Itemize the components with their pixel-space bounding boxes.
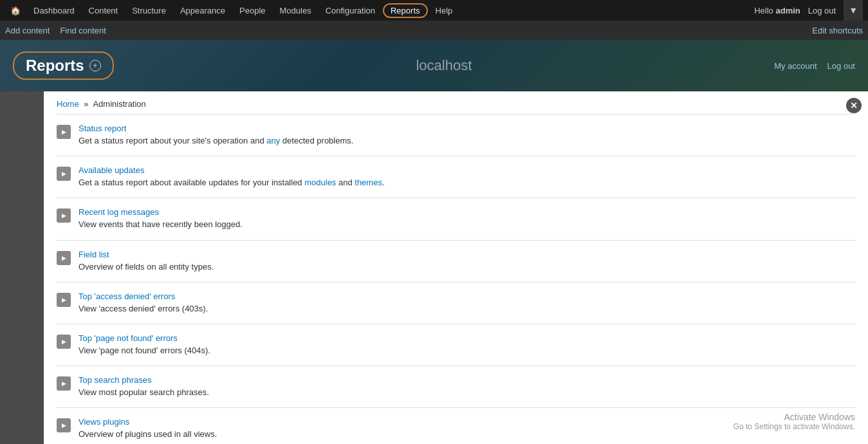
log-content: Recent log messages View events that hav… — [78, 207, 855, 230]
report-item-updates: Available updates Get a status report ab… — [57, 156, 855, 198]
main-panel: ✕ Home » Administration Status report Ge… — [44, 91, 868, 444]
modules-link[interactable]: modules — [304, 178, 336, 187]
search-desc: View most popular search phrases. — [78, 387, 209, 397]
close-button[interactable]: ✕ — [846, 98, 862, 113]
access-denied-title[interactable]: Top 'access denied' errors — [78, 291, 855, 301]
views-content: Views plugins Overview of plugins used i… — [78, 417, 855, 440]
help-nav-item[interactable]: Help — [429, 3, 459, 18]
report-item-log: Recent log messages View events that hav… — [57, 198, 855, 240]
secondary-navigation: Add content Find content Edit shortcuts — [0, 21, 868, 40]
header-logout-link[interactable]: Log out — [827, 61, 855, 71]
logout-link[interactable]: Log out — [808, 6, 836, 15]
structure-nav-item[interactable]: Structure — [125, 3, 172, 18]
secondary-nav-right: Edit shortcuts — [812, 26, 863, 35]
fields-content: Field list Overview of fields on all ent… — [78, 250, 855, 273]
themes-link[interactable]: themes — [355, 178, 382, 187]
404-desc: View 'page not found' errors (404s). — [78, 346, 210, 355]
add-content-link[interactable]: Add content — [5, 26, 50, 35]
404-title[interactable]: Top 'page not found' errors — [78, 333, 855, 343]
updates-content: Available updates Get a status report ab… — [78, 165, 855, 189]
status-report-arrow[interactable] — [57, 125, 71, 139]
content-nav-item[interactable]: Content — [82, 3, 125, 18]
views-desc: Overview of plugins used in all views. — [78, 429, 217, 439]
status-report-title[interactable]: Status report — [78, 124, 855, 133]
report-list: Status report Get a status report about … — [44, 115, 868, 444]
my-account-link[interactable]: My account — [774, 61, 817, 71]
report-item-access-denied: Top 'access denied' errors View 'access … — [57, 282, 855, 324]
site-name: localhost — [416, 57, 472, 74]
status-report-content: Status report Get a status report about … — [78, 124, 855, 147]
reports-nav-item[interactable]: Reports — [383, 3, 428, 18]
appearance-nav-item[interactable]: Appearance — [174, 3, 232, 18]
plus-icon[interactable]: + — [89, 60, 101, 71]
404-arrow[interactable] — [57, 335, 71, 349]
breadcrumb: Home » Administration — [44, 91, 868, 114]
search-arrow[interactable] — [57, 376, 71, 391]
home-nav-item[interactable]: 🏠 — [5, 3, 26, 18]
report-item-fields: Field list Overview of fields on all ent… — [57, 241, 855, 282]
dropdown-arrow-button[interactable]: ▼ — [844, 0, 863, 21]
greeting-text: Hello admin — [754, 6, 800, 15]
404-content: Top 'page not found' errors View 'page n… — [78, 333, 855, 356]
fields-title[interactable]: Field list — [78, 250, 855, 259]
updates-arrow[interactable] — [57, 167, 71, 181]
fields-desc: Overview of fields on all entity types. — [78, 262, 214, 272]
report-item-404: Top 'page not found' errors View 'page n… — [57, 324, 855, 366]
access-denied-arrow[interactable] — [57, 293, 71, 307]
views-title[interactable]: Views plugins — [78, 417, 855, 427]
log-title[interactable]: Recent log messages — [78, 207, 855, 217]
report-item-status: Status report Get a status report about … — [57, 115, 855, 156]
search-title[interactable]: Top search phrases — [78, 375, 855, 385]
any-link[interactable]: any — [266, 136, 280, 145]
nav-items: 🏠 Dashboard Content Structure Appearance… — [5, 3, 754, 18]
log-arrow[interactable] — [57, 208, 71, 223]
edit-shortcuts-link[interactable]: Edit shortcuts — [812, 26, 863, 35]
reports-badge: Reports + — [13, 51, 114, 80]
report-item-views: Views plugins Overview of plugins used i… — [57, 408, 855, 444]
username: admin — [775, 6, 800, 15]
nav-right: Hello admin Log out ▼ — [754, 0, 863, 21]
header-right: My account Log out — [774, 61, 855, 71]
fields-arrow[interactable] — [57, 251, 71, 265]
breadcrumb-current: Administration — [93, 99, 145, 109]
access-denied-content: Top 'access denied' errors View 'access … — [78, 291, 855, 315]
log-desc: View events that have recently been logg… — [78, 219, 243, 229]
search-content: Top search phrases View most popular sea… — [78, 375, 855, 398]
configuration-nav-item[interactable]: Configuration — [319, 3, 382, 18]
report-item-search: Top search phrases View most popular sea… — [57, 366, 855, 408]
status-report-desc: Get a status report about your site's op… — [78, 136, 353, 145]
breadcrumb-home[interactable]: Home — [57, 99, 79, 109]
dashboard-nav-item[interactable]: Dashboard — [27, 3, 81, 18]
updates-title[interactable]: Available updates — [78, 165, 855, 175]
views-arrow[interactable] — [57, 418, 71, 432]
people-nav-item[interactable]: People — [233, 3, 272, 18]
access-denied-desc: View 'access denied' errors (403s). — [78, 304, 208, 313]
top-navigation: 🏠 Dashboard Content Structure Appearance… — [0, 0, 868, 21]
site-header: Reports + localhost My account Log out — [0, 40, 868, 91]
breadcrumb-separator: » — [84, 99, 88, 109]
reports-title-area: Reports + — [13, 51, 114, 80]
find-content-link[interactable]: Find content — [60, 26, 106, 35]
updates-desc: Get a status report about available upda… — [78, 178, 385, 187]
modules-nav-item[interactable]: Modules — [273, 3, 318, 18]
secondary-nav-left: Add content Find content — [5, 26, 106, 35]
page-title: Reports — [26, 57, 84, 75]
